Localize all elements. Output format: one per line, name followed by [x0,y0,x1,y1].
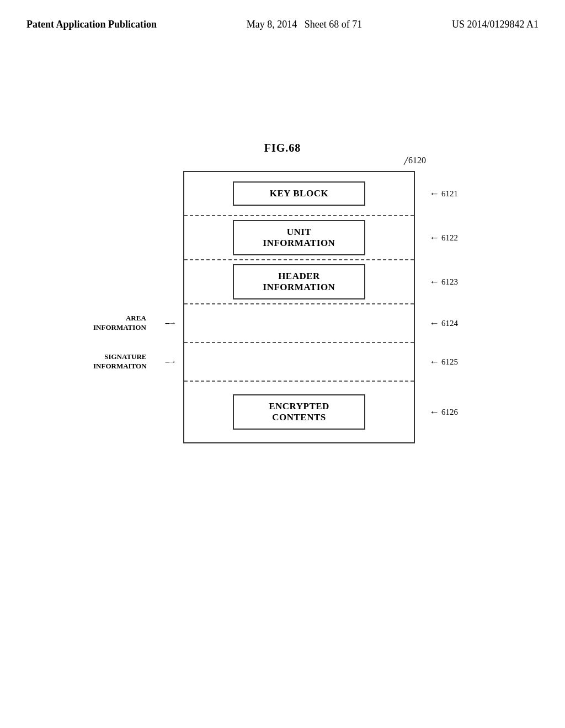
header-right: US 2014/0129842 A1 [452,18,539,31]
area-arrow: - - - → [165,319,175,328]
section-6123: HEADER INFORMATION ← 6123 [184,260,414,304]
ref-6121: ← 6121 [429,188,458,200]
section-6126: ENCRYPTED CONTENTS ← 6126 [184,382,414,442]
outer-box: KEY BLOCK ← 6121 UNIT INFORMATION ← 6122… [183,171,415,443]
ref-6120-label: ╱6120 [404,156,426,165]
diagram-container: ╱6120 KEY BLOCK ← 6121 UNIT INFORMATION … [95,171,470,443]
section-6121: KEY BLOCK ← 6121 [184,172,414,216]
ref-6125: ← 6125 [429,356,458,368]
ref-6122: ← 6122 [429,232,458,244]
key-block-box: KEY BLOCK [233,181,365,206]
encrypted-contents-box: ENCRYPTED CONTENTS [233,394,365,430]
section-6125: ← 6125 SIGNATUREINFORMAITON - - - → [184,343,414,382]
header-left: Patent Application Publication [26,18,157,31]
signature-information-label: SIGNATUREINFORMAITON [93,352,147,371]
section-6124: ← 6124 AREAINFORMATION - - - → [184,304,414,343]
ref-6126: ← 6126 [429,406,458,418]
signature-arrow: - - - → [165,357,175,366]
page-header: Patent Application Publication May 8, 20… [0,0,565,31]
unit-information-box: UNIT INFORMATION [233,220,365,255]
area-information-label: AREAINFORMATION [93,314,146,333]
header-information-box: HEADER INFORMATION [233,264,365,299]
ref-6123: ← 6123 [429,276,458,288]
header-center: May 8, 2014 Sheet 68 of 71 [247,18,362,31]
figure-title: FIG.68 [0,142,565,154]
section-6122: UNIT INFORMATION ← 6122 [184,216,414,260]
ref-6124: ← 6124 [429,318,458,329]
